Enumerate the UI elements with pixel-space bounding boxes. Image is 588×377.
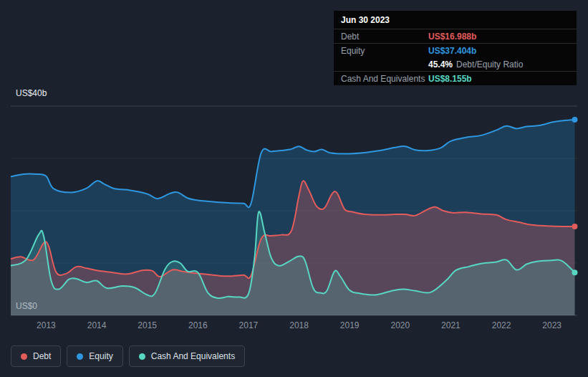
legend-item-cash[interactable]: Cash And Equivalents xyxy=(129,345,245,367)
debt-series-dot-icon xyxy=(21,353,27,360)
x-tick-label: 2018 xyxy=(289,320,309,330)
x-tick-label: 2016 xyxy=(188,320,208,330)
tooltip-row-cash: Cash And Equivalents US$8.155b xyxy=(334,72,577,85)
tooltip-equity-label: Equity xyxy=(341,46,428,56)
equity-series-dot-icon xyxy=(77,353,83,360)
tooltip-row-debt: Debt US$16.988b xyxy=(334,29,577,44)
x-tick-label: 2020 xyxy=(390,320,410,330)
tooltip-debt-label: Debt xyxy=(341,32,428,42)
legend-item-debt[interactable]: Debt xyxy=(11,345,61,367)
x-tick-label: 2013 xyxy=(37,320,56,330)
legend-cash-label: Cash And Equivalents xyxy=(151,351,235,361)
x-tick-label: 2015 xyxy=(138,320,157,330)
tooltip-cash-value: US$8.155b xyxy=(428,74,472,84)
debt-equity-area-chart[interactable] xyxy=(0,106,588,315)
x-axis: 2013201420152016201720182019202020212022… xyxy=(0,320,588,332)
tooltip-cash-label: Cash And Equivalents xyxy=(341,74,428,84)
tooltip-date: Jun 30 2023 xyxy=(334,11,577,29)
legend-item-equity[interactable]: Equity xyxy=(67,345,122,367)
tooltip-ratio-label: Debt/Equity Ratio xyxy=(456,59,523,70)
tooltip-debt-value: US$16.988b xyxy=(428,32,476,42)
chart-legend: Debt Equity Cash And Equivalents xyxy=(11,345,245,367)
debt-equity-history-panel: Jun 30 2023 Debt US$16.988b Equity US$37… xyxy=(0,0,588,377)
cash-and-equivalents-endpoint-marker xyxy=(572,269,577,275)
x-tick-label: 2019 xyxy=(340,320,360,330)
legend-debt-label: Debt xyxy=(33,351,51,361)
debt-endpoint-marker xyxy=(572,224,577,229)
x-tick-label: 2017 xyxy=(239,320,259,330)
x-tick-label: 2023 xyxy=(542,320,562,330)
tooltip-row-equity: Equity US$37.404b xyxy=(334,44,577,57)
y-axis-max-label: US$40b xyxy=(16,88,47,98)
equity-endpoint-marker xyxy=(572,117,577,123)
tooltip-row-ratio: 45.4% Debt/Equity Ratio xyxy=(334,57,577,72)
x-tick-label: 2022 xyxy=(492,320,511,330)
tooltip-equity-value: US$37.404b xyxy=(428,46,476,56)
tooltip-ratio-value: 45.4% xyxy=(428,59,453,70)
legend-equity-label: Equity xyxy=(89,351,112,361)
x-tick-label: 2014 xyxy=(87,320,107,330)
chart-tooltip: Jun 30 2023 Debt US$16.988b Equity US$37… xyxy=(334,11,577,85)
x-tick-label: 2021 xyxy=(441,320,461,330)
cash-series-dot-icon xyxy=(139,353,145,360)
